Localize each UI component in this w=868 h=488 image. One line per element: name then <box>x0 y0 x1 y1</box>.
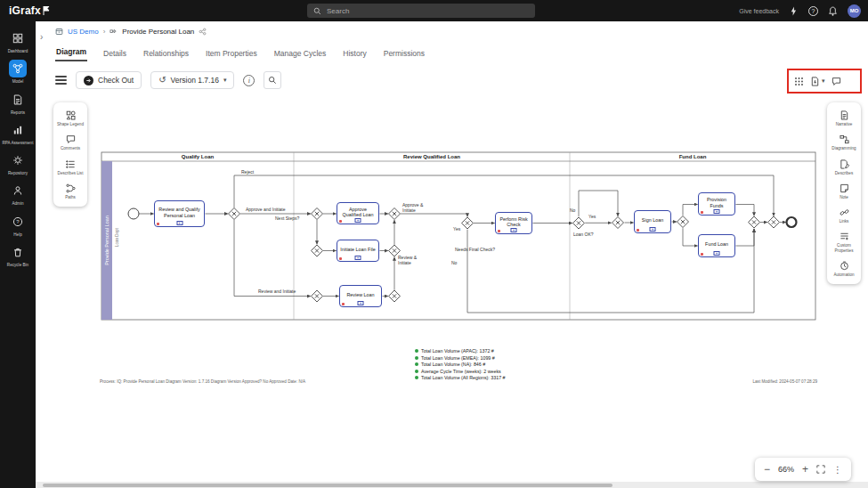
sidebar-item-help[interactable]: ? Help <box>0 209 36 240</box>
global-search[interactable] <box>307 4 535 18</box>
gateway-loan-ok[interactable] <box>573 217 585 229</box>
gateway-final-merge[interactable] <box>768 216 780 228</box>
hamburger-menu-icon[interactable] <box>55 76 67 85</box>
subprocess-marker-icon: + <box>176 221 183 225</box>
tab-relationships[interactable]: Relationships <box>142 47 190 61</box>
gateway-merge-bottom[interactable] <box>389 290 401 302</box>
sidebar-item-repository[interactable]: Repository <box>0 148 36 178</box>
tab-details[interactable]: Details <box>102 47 127 61</box>
notifications-icon[interactable] <box>828 6 838 16</box>
flow-label-no-loan: No <box>570 208 575 214</box>
gateway-needs-final-check[interactable] <box>462 217 474 229</box>
help-icon[interactable]: ? <box>808 6 818 16</box>
task-initiate-loan-file[interactable]: Initiate Loan File+ <box>337 240 379 262</box>
tool-label: Describes List <box>58 171 84 175</box>
version-label: Version 1.7.16 <box>171 76 219 85</box>
search-icon <box>313 7 321 15</box>
breadcrumb-root-link[interactable]: US Demo <box>68 28 99 36</box>
tool-paths[interactable]: Paths <box>53 179 87 203</box>
tool-describes-list[interactable]: Describes List <box>53 155 87 179</box>
task-label: Review and Qualify Personal Loan <box>158 207 201 217</box>
subprocess-marker-icon: + <box>511 228 517 232</box>
task-review-and-qualify-personal-loan[interactable]: Review and Qualify Personal Loan+ <box>154 200 205 227</box>
panel-expand-chevron-icon[interactable]: › <box>40 32 43 42</box>
version-dropdown[interactable]: ↺ Version 1.7.16 ▾ <box>150 71 234 89</box>
gateway-fund-split[interactable] <box>677 216 689 228</box>
list-icon <box>66 159 76 169</box>
end-event[interactable] <box>787 217 797 227</box>
task-provision-funds[interactable]: Provision Funds+ <box>698 192 735 216</box>
apps-grid-button[interactable] <box>794 77 804 86</box>
tool-links[interactable]: Links <box>827 203 861 227</box>
task-label: Review Loan <box>346 292 374 297</box>
legend-item: Total Loan Volume (All Regions): 3317 # <box>415 375 506 380</box>
help-nav-icon: ? <box>9 213 27 231</box>
tool-label: Note <box>840 195 848 199</box>
sidebar-item-admin[interactable]: Admin <box>0 178 36 208</box>
flow-label-next-steps: Next Steps? <box>275 216 299 222</box>
gateway-fund-merge[interactable] <box>749 216 760 228</box>
document-export-icon <box>810 77 820 86</box>
swimlane-header[interactable]: Provide Personal Loan <box>101 161 112 320</box>
give-feedback-link[interactable]: Give feedback <box>739 8 779 14</box>
tab-diagram[interactable]: Diagram <box>55 45 87 61</box>
diagram-search-button[interactable] <box>264 71 281 89</box>
tool-diagramming[interactable]: Diagramming <box>827 130 861 154</box>
last-modified-info: Last Modified: 2024-05-07 07:28:29 <box>752 379 817 384</box>
gateway-split-bottom[interactable] <box>312 290 323 302</box>
tool-shape-legend[interactable]: Shape Legend <box>53 106 87 130</box>
igrafx-logo[interactable]: iGrafx <box>9 0 50 21</box>
more-options-icon[interactable]: ⋮ <box>833 465 842 475</box>
lightning-icon[interactable] <box>789 6 799 16</box>
breadcrumb-separator: › <box>103 28 106 36</box>
horizontal-scrollbar[interactable] <box>36 482 868 488</box>
comment-icon <box>66 134 76 144</box>
tab-item-properties[interactable]: Item Properties <box>205 47 258 61</box>
zoom-out-button[interactable]: − <box>764 464 770 475</box>
fit-to-screen-icon[interactable] <box>816 465 825 474</box>
highlight-annotation-box: ▾ <box>787 69 862 94</box>
task-perform-risk-check[interactable]: Perform Risk Check+ <box>495 212 532 234</box>
tool-narrative[interactable]: Narrative <box>827 106 861 130</box>
sidebar-item-label: Admin <box>12 201 23 206</box>
indicator-icon <box>498 230 500 232</box>
sidebar-item-model[interactable]: Model <box>0 56 36 86</box>
dashboard-icon <box>9 29 27 47</box>
zoom-in-button[interactable]: + <box>802 464 808 475</box>
tab-permissions[interactable]: Permissions <box>383 47 426 61</box>
search-input[interactable] <box>327 7 505 15</box>
gateway-next-steps[interactable] <box>229 208 240 220</box>
tool-custom-properties[interactable]: Custom Properties <box>827 227 861 256</box>
tool-automation[interactable]: Automation <box>827 256 861 281</box>
export-document-button[interactable]: ▾ <box>810 77 825 86</box>
admin-icon <box>9 182 27 199</box>
task-sign-loan[interactable]: Sign Loan+ <box>634 210 671 233</box>
comments-button[interactable] <box>831 77 841 86</box>
scrollbar-thumb[interactable] <box>43 484 612 487</box>
tool-describes[interactable]: Describes <box>827 155 861 179</box>
gateway-split-top[interactable] <box>312 208 323 220</box>
info-icon[interactable]: i <box>243 75 255 86</box>
sidebar-item-dashboard[interactable]: Dashboard <box>0 26 36 56</box>
tool-comments[interactable]: Comments <box>53 130 87 154</box>
tool-note[interactable]: Note <box>827 179 861 203</box>
tab-manage-cycles[interactable]: Manage Cycles <box>273 47 328 61</box>
legend-text: Total Loan Volume (All Regions): 3317 # <box>421 375 506 380</box>
check-out-button[interactable]: Check Out <box>76 71 142 89</box>
start-event[interactable] <box>128 208 139 219</box>
diagram-canvas[interactable]: Qualify Loan Review Qualified Loan Fund … <box>98 150 817 395</box>
model-type-icon <box>199 28 207 36</box>
tab-history[interactable]: History <box>342 47 367 61</box>
sidebar-item-recycle-bin[interactable]: Recycle Bin <box>0 240 36 270</box>
task-approve-qualified-loan[interactable]: Approve Qualified Loan+ <box>337 202 379 224</box>
gateway-merge-top[interactable] <box>389 208 401 220</box>
gateway-split-mid[interactable] <box>312 245 323 256</box>
sidebar-item-label: Help <box>13 232 21 237</box>
task-fund-loan[interactable]: Fund Loan+ <box>698 234 735 257</box>
sidebar-item-reports[interactable]: Reports <box>0 87 36 118</box>
sidebar-item-rpa-assessment[interactable]: RPA Assessment <box>0 118 36 148</box>
gateway-pre-sign[interactable] <box>612 217 624 229</box>
task-label: Approve Qualified Loan <box>340 207 376 217</box>
avatar[interactable]: MO <box>848 4 861 18</box>
task-review-loan[interactable]: Review Loan+ <box>339 285 382 307</box>
